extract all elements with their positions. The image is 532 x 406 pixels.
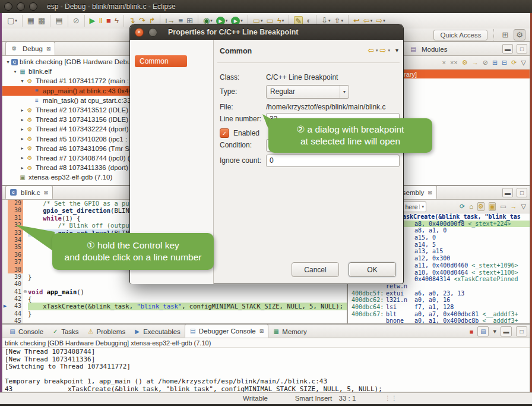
tab-close-icon[interactable]: ⊠ <box>46 46 51 52</box>
tree-expander-icon[interactable]: ▾ <box>5 59 11 65</box>
line-number[interactable]: 44 <box>8 310 23 317</box>
disassembly-line[interactable]: 400dbc67:blta0, a7, 0x400dbc81 <__adddf3… <box>348 311 530 318</box>
console-menu-icon[interactable]: ▾ <box>493 328 496 335</box>
chevron-down-icon[interactable]: ▾ <box>328 18 331 23</box>
terminate-icon[interactable]: ■ <box>104 15 113 27</box>
view-menu-icon[interactable]: ▾ <box>395 47 398 53</box>
minimize-view-icon[interactable]: ▬ <box>502 44 513 53</box>
window-minimize-icon[interactable] <box>17 2 25 11</box>
refresh-icon[interactable]: ⟳ <box>511 59 517 67</box>
remove-all-icon[interactable]: ×× <box>450 59 458 66</box>
load-symbols-icon[interactable]: ⚙ <box>462 59 468 67</box>
minimize-view-icon[interactable]: ▬ <box>502 188 513 197</box>
save-icon[interactable]: ▦ <box>22 15 36 27</box>
line-number[interactable]: 37 <box>8 259 23 266</box>
sidebar-item-common[interactable]: Common <box>135 55 187 67</box>
cancel-button[interactable]: Cancel <box>292 262 339 277</box>
tab-close-icon[interactable]: ⊠ <box>428 190 432 196</box>
tab-problems[interactable]: ⚠Problems <box>83 325 130 338</box>
quick-access-button[interactable]: Quick Access <box>433 30 487 40</box>
tree-expander-icon[interactable]: ▸ <box>19 146 26 151</box>
new-wizard-icon[interactable]: ▢▾ <box>5 15 19 27</box>
debug-perspective-icon[interactable]: ⚙ <box>514 29 525 40</box>
forward-icon[interactable]: ⇨ <box>380 46 387 55</box>
expand-all-icon[interactable]: ⊞ <box>492 59 498 67</box>
chevron-down-icon[interactable]: ▾ <box>226 18 228 23</box>
tab-close-icon[interactable]: ⊠ <box>259 328 264 334</box>
console-output[interactable]: [New Thread 1073408744][New Thread 10734… <box>2 348 530 392</box>
goto-file-icon[interactable]: → <box>472 59 479 66</box>
tree-expander-icon[interactable]: ▸ <box>19 136 26 141</box>
skip-all-breakpoints-icon[interactable]: ⊘ <box>68 15 81 27</box>
resume-icon[interactable]: ▶ <box>84 15 97 27</box>
deselect-icon[interactable]: ⊘ <box>483 59 488 67</box>
line-number[interactable]: 41 <box>8 288 23 295</box>
disconnect-icon[interactable]: ϟ <box>113 15 121 27</box>
fold-icon[interactable]: ⊖ <box>23 288 28 295</box>
tab-close-icon[interactable]: ⊠ <box>44 190 49 196</box>
tab-memory[interactable]: ▦Memory <box>268 325 311 338</box>
open-new-view-icon[interactable]: → <box>511 203 517 210</box>
line-number[interactable]: 39 <box>8 273 23 281</box>
tab-debugger-console[interactable]: ▤Debugger Console⊠ <box>185 324 268 338</box>
window-maximize-icon[interactable] <box>29 2 37 11</box>
chevron-down-icon[interactable]: ▾ <box>240 18 243 23</box>
chevron-down-icon[interactable]: ▾ <box>341 18 343 23</box>
editor-line[interactable]: ▶43 xTaskCreate(&blink_task, "blink_task… <box>2 303 347 310</box>
ignore-count-input[interactable] <box>266 155 400 167</box>
collapse-all-icon[interactable]: ⊟ <box>502 59 507 67</box>
tab-tasks[interactable]: ✓Tasks <box>48 325 83 338</box>
chevron-down-icon[interactable]: ▾ <box>376 48 378 53</box>
disassembly-line[interactable]: 400dbc5f:extuia6, a0, 23, 13 <box>348 290 530 297</box>
back-icon[interactable]: ⇦ <box>368 46 374 55</box>
maximize-view-icon[interactable]: □ <box>517 44 527 53</box>
enabled-checkbox[interactable]: ✓ <box>220 128 229 138</box>
suspend-icon[interactable]: Ⅱ <box>97 15 104 27</box>
chevron-down-icon[interactable]: ▾ <box>370 18 373 23</box>
terminate-icon[interactable]: ■ <box>470 328 474 335</box>
tab-modules[interactable]: ▤ Modules <box>405 43 451 55</box>
tree-expander-icon[interactable]: ▸ <box>19 117 26 122</box>
dialog-close-icon[interactable]: ✕ <box>135 28 144 37</box>
line-number[interactable]: 29 <box>8 200 23 207</box>
disassembly-line[interactable]: 400dbc64:lsif7, a1, 128 <box>348 304 530 311</box>
line-number[interactable]: 38 <box>8 266 23 273</box>
maximize-icon[interactable]: □ <box>516 326 527 336</box>
refresh-icon[interactable]: ⟳ <box>460 203 465 210</box>
type-select[interactable]: Regular ▾ <box>266 85 349 99</box>
line-number[interactable]: 30 <box>8 207 23 214</box>
save-all-icon[interactable]: ▩ <box>36 15 47 27</box>
editor-line[interactable]: 45 <box>2 317 347 324</box>
disassembly-line[interactable]: 400dbc62:l32i.na0, a0, 16 <box>348 297 530 304</box>
chevron-down-icon[interactable]: ▾ <box>15 18 17 23</box>
remove-icon[interactable]: × <box>442 59 445 66</box>
editor-line[interactable]: 42{ <box>2 295 347 303</box>
chevron-down-icon[interactable]: ▾ <box>261 18 263 23</box>
tree-expander-icon[interactable]: ▾ <box>12 69 18 74</box>
tree-expander-icon[interactable]: ▸ <box>19 127 26 132</box>
open-perspective-icon[interactable]: ⊞ <box>500 30 510 40</box>
window-close-icon[interactable] <box>4 2 12 11</box>
tab-console[interactable]: ▤Console <box>5 325 48 338</box>
line-number[interactable]: 45 <box>8 317 23 324</box>
line-number[interactable]: 43 <box>8 303 23 310</box>
tab-executables[interactable]: ▶Executables <box>129 325 185 338</box>
chevron-down-icon[interactable]: ▾ <box>210 18 213 23</box>
disassembly-line[interactable]: bnonea0, a1, 0x400dbc8b <__adddf3+ <box>348 317 530 324</box>
chevron-down-icon[interactable]: ▾ <box>419 204 426 209</box>
tab-debug[interactable]: ⚙ Debug ⊠ <box>5 42 55 55</box>
view-menu-icon[interactable]: ▽ <box>521 59 526 67</box>
new-view-icon[interactable]: ▭ <box>500 203 506 210</box>
chevron-down-icon[interactable]: ▾ <box>388 48 390 53</box>
editor-line[interactable]: 41⊖void app_main() <box>2 288 347 295</box>
track-expression-icon[interactable]: ▣ <box>489 202 496 211</box>
tree-expander-icon[interactable]: ▾ <box>19 78 26 84</box>
home-icon[interactable]: ⌂ <box>469 203 473 210</box>
tree-expander-icon[interactable]: ▸ <box>19 108 26 113</box>
line-number[interactable]: 42 <box>8 295 23 303</box>
maximize-view-icon[interactable]: □ <box>517 188 527 197</box>
chevron-down-icon[interactable]: ▾ <box>282 18 284 23</box>
open-console-icon[interactable]: ▤ <box>477 326 489 336</box>
editor-line[interactable]: 44} <box>2 310 347 317</box>
dialog-minimize-icon[interactable] <box>148 28 157 37</box>
